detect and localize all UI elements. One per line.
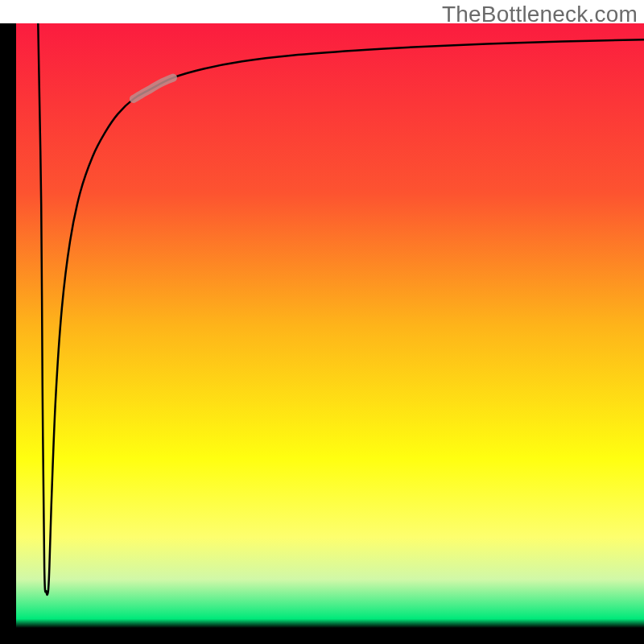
chart-container: TheBottleneck.com [0,0,644,644]
frame-bottom [0,628,644,644]
bottleneck-chart [0,23,644,644]
frame-left [0,23,16,644]
chart-background [16,23,644,628]
